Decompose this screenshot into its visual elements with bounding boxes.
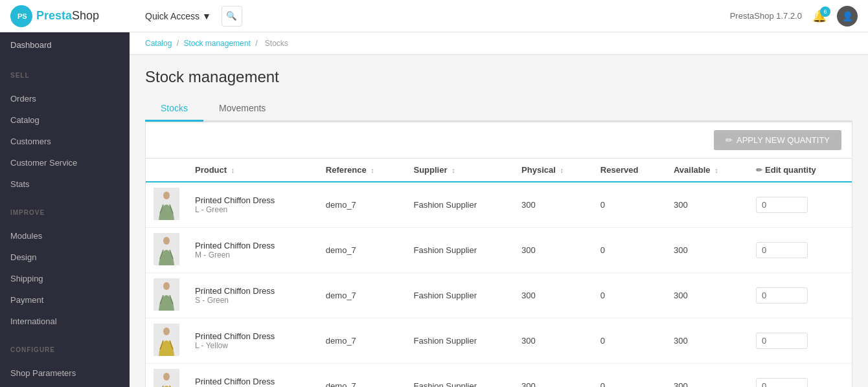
available-col-label: Available bbox=[674, 165, 711, 175]
svg-point-7 bbox=[163, 237, 170, 245]
table-body: Printed Chiffon Dress L - Green demo_7 F… bbox=[146, 182, 852, 387]
header-right: PrestaShop 1.7.2.0 🔔 6 👤 bbox=[730, 6, 858, 27]
product-name-cell: Printed Chiffon Dress L - Green bbox=[187, 182, 318, 228]
sidebar-item-design[interactable]: Design bbox=[0, 247, 130, 268]
breadcrumb-stock-management[interactable]: Stock management bbox=[183, 39, 250, 48]
notification-badge: 6 bbox=[820, 6, 830, 17]
apply-new-quantity-button[interactable]: ✏ APPLY NEW QUANTITY bbox=[714, 130, 841, 150]
sidebar-item-orders[interactable]: Orders bbox=[0, 88, 130, 109]
sidebar-item-international[interactable]: International bbox=[0, 311, 130, 332]
edit-qty-cell bbox=[748, 228, 852, 273]
table-row: Printed Chiffon Dress M - Green demo_7 F… bbox=[146, 228, 852, 273]
table-row: Printed Chiffon Dress M - Yellow demo_7 … bbox=[146, 364, 852, 388]
product-thumbnail bbox=[154, 278, 179, 311]
quick-access-button[interactable]: Quick Access ▼ bbox=[140, 8, 216, 24]
sidebar-item-customers[interactable]: Customers bbox=[0, 131, 130, 152]
physical-cell: 300 bbox=[514, 273, 593, 318]
edit-qty-label: Edit quantity bbox=[765, 165, 816, 175]
tab-stocks[interactable]: Stocks bbox=[145, 96, 203, 122]
edit-qty-cell bbox=[748, 182, 852, 228]
qty-input[interactable] bbox=[756, 333, 808, 349]
th-reserved: Reserved bbox=[593, 159, 666, 182]
supplier-cell: Fashion Supplier bbox=[406, 364, 514, 388]
search-button[interactable]: 🔍 bbox=[222, 6, 242, 27]
supplier-cell: Fashion Supplier bbox=[406, 182, 514, 228]
supplier-cell: Fashion Supplier bbox=[406, 273, 514, 318]
reference-cell: demo_7 bbox=[318, 273, 406, 318]
product-thumb-cell bbox=[146, 364, 187, 388]
logo-area: PS PrestaShop bbox=[10, 5, 140, 27]
breadcrumb-bar: Catalog / Stock management / Stocks bbox=[130, 32, 868, 55]
th-physical[interactable]: Physical ↕ bbox=[514, 159, 593, 182]
svg-point-15 bbox=[163, 327, 170, 335]
qty-input[interactable] bbox=[756, 287, 808, 304]
th-product[interactable]: Product ↕ bbox=[187, 159, 318, 182]
sidebar-item-modules[interactable]: Modules bbox=[0, 225, 130, 247]
breadcrumb-catalog[interactable]: Catalog bbox=[145, 39, 172, 48]
content-area: Stock management Stocks Movements ✏ APPL… bbox=[130, 55, 868, 387]
edit-qty-cell bbox=[748, 364, 852, 388]
sidebar-item-catalog[interactable]: Catalog bbox=[0, 109, 130, 131]
product-name: Printed Chiffon Dress bbox=[195, 377, 310, 386]
sidebar-item-stats[interactable]: Stats bbox=[0, 173, 130, 195]
sidebar-item-dashboard[interactable]: Dashboard bbox=[0, 32, 130, 58]
improve-section-label: IMPROVE bbox=[0, 200, 130, 220]
sidebar-item-payment[interactable]: Payment bbox=[0, 289, 130, 311]
dashboard-label: Dashboard bbox=[10, 40, 52, 50]
table-row: Printed Chiffon Dress L - Yellow demo_7 … bbox=[146, 318, 852, 364]
edit-qty-cell bbox=[748, 318, 852, 364]
user-menu-button[interactable]: 👤 bbox=[837, 6, 858, 27]
th-available[interactable]: Available ↕ bbox=[666, 159, 748, 182]
user-icon: 👤 bbox=[842, 11, 853, 21]
reserved-cell: 0 bbox=[593, 182, 666, 228]
logo-presta: Presta bbox=[36, 9, 72, 22]
table-toolbar: ✏ APPLY NEW QUANTITY bbox=[146, 122, 852, 159]
product-name: Printed Chiffon Dress bbox=[195, 286, 310, 296]
configure-section-label: CONFIGURE bbox=[0, 337, 130, 357]
edit-qty-header: ✏ Edit quantity bbox=[756, 165, 844, 175]
th-edit-qty: ✏ Edit quantity bbox=[748, 159, 852, 182]
product-name-cell: Printed Chiffon Dress L - Yellow bbox=[187, 318, 318, 364]
sidebar-item-advanced-parameters[interactable]: Advanced Parameters bbox=[0, 384, 130, 387]
physical-col-label: Physical bbox=[521, 165, 556, 175]
product-name-cell: Printed Chiffon Dress M - Yellow bbox=[187, 364, 318, 388]
product-name-cell: Printed Chiffon Dress M - Green bbox=[187, 228, 318, 273]
breadcrumb-sep1: / bbox=[177, 39, 181, 48]
available-cell: 300 bbox=[666, 273, 748, 318]
breadcrumb-stocks: Stocks bbox=[265, 39, 288, 48]
reference-cell: demo_7 bbox=[318, 364, 406, 388]
product-variant: S - Green bbox=[195, 296, 310, 305]
svg-text:PS: PS bbox=[17, 12, 27, 20]
product-thumb-cell bbox=[146, 228, 187, 273]
reference-cell: demo_7 bbox=[318, 182, 406, 228]
sidebar-item-shipping[interactable]: Shipping bbox=[0, 268, 130, 289]
reserved-col-label: Reserved bbox=[600, 165, 639, 175]
table-row: Printed Chiffon Dress S - Green demo_7 F… bbox=[146, 273, 852, 318]
th-supplier[interactable]: Supplier ↕ bbox=[406, 159, 514, 182]
stock-panel: ✏ APPLY NEW QUANTITY Product ↕ bbox=[145, 122, 852, 387]
sidebar-item-shop-parameters[interactable]: Shop Parameters bbox=[0, 362, 130, 384]
chevron-down-icon: ▼ bbox=[202, 11, 211, 21]
reference-cell: demo_7 bbox=[318, 228, 406, 273]
th-reference[interactable]: Reference ↕ bbox=[318, 159, 406, 182]
svg-point-11 bbox=[163, 282, 170, 290]
product-thumb-cell bbox=[146, 273, 187, 318]
product-thumb-cell bbox=[146, 318, 187, 364]
product-thumbnail bbox=[154, 324, 179, 356]
product-thumbnail bbox=[154, 233, 179, 265]
reference-cell: demo_7 bbox=[318, 318, 406, 364]
qty-input[interactable] bbox=[756, 242, 808, 258]
qty-input[interactable] bbox=[756, 197, 808, 213]
sidebar-item-customer-service[interactable]: Customer Service bbox=[0, 152, 130, 173]
qty-input[interactable] bbox=[756, 378, 808, 387]
tab-movements[interactable]: Movements bbox=[203, 96, 281, 122]
table-header: Product ↕ Reference ↕ Supplier ↕ bbox=[146, 159, 852, 182]
notifications-button[interactable]: 🔔 6 bbox=[812, 9, 827, 23]
available-cell: 300 bbox=[666, 228, 748, 273]
supplier-cell: Fashion Supplier bbox=[406, 228, 514, 273]
stock-table: Product ↕ Reference ↕ Supplier ↕ bbox=[146, 159, 852, 387]
version-text: PrestaShop 1.7.2.0 bbox=[730, 11, 802, 21]
supplier-sort-icon: ↕ bbox=[451, 166, 455, 174]
product-thumbnail bbox=[154, 369, 179, 387]
reserved-cell: 0 bbox=[593, 273, 666, 318]
